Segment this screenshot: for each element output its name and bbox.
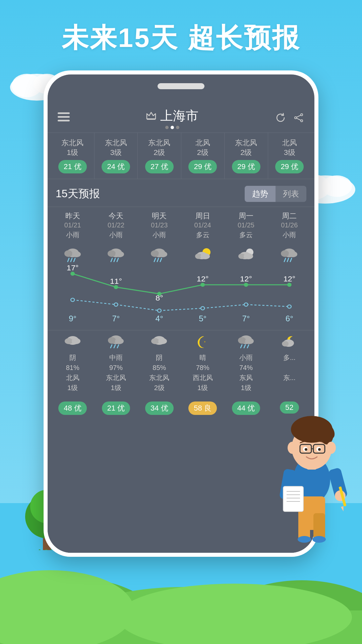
day-date-3: 01/24: [183, 221, 222, 229]
day-label-0: 昨天: [53, 211, 92, 221]
svg-point-22: [295, 117, 297, 119]
aq-col-1: 东北风3级 24 优: [95, 133, 138, 179]
forecast-header: 15天预报 趋势 列表: [48, 186, 314, 207]
svg-point-78: [65, 338, 73, 344]
page-dots: [146, 126, 198, 129]
temperature-chart: 17° 11° 8° 12° 12° 12°: [51, 264, 311, 314]
bottom-aq-2: 34 优: [138, 399, 181, 415]
bottom-icon-3: [181, 334, 224, 350]
svg-point-5: [322, 175, 352, 197]
svg-point-72: [114, 303, 118, 306]
bottom-aq-1: 21 优: [94, 399, 137, 415]
svg-line-44: [160, 258, 162, 262]
bottom-icon-2: [138, 334, 181, 350]
svg-text:12°: 12°: [197, 275, 209, 283]
svg-point-63: [244, 283, 248, 287]
day-weather-1: 小雨: [96, 230, 135, 239]
day-label-5: 周二: [270, 211, 309, 221]
day-date-4: 01/25: [226, 221, 265, 229]
svg-line-95: [247, 345, 249, 348]
refresh-icon[interactable]: [275, 112, 286, 125]
svg-point-75: [244, 303, 248, 306]
forecast-title: 15天预报: [56, 186, 100, 201]
svg-point-41: [159, 251, 167, 257]
svg-line-94: [244, 345, 245, 348]
svg-point-24: [301, 120, 303, 122]
menu-icon[interactable]: [58, 112, 70, 124]
badge-2: 34 优: [145, 401, 174, 415]
svg-point-87: [151, 338, 159, 344]
low-temp-2: 4°: [138, 314, 181, 327]
svg-rect-100: [298, 513, 310, 540]
day-weather-3: 多云: [183, 230, 222, 239]
svg-point-102: [298, 536, 311, 543]
top-icon-2: [138, 247, 181, 264]
city-name: 上海市: [160, 107, 198, 124]
svg-marker-122: [341, 506, 345, 512]
aq-badge-4: 29 优: [232, 160, 260, 173]
svg-line-25: [297, 115, 301, 117]
svg-line-36: [111, 258, 112, 262]
character-decoration: [265, 382, 359, 550]
svg-point-81: [108, 337, 116, 344]
day-col-2: 明天 01/23 小雨: [138, 207, 181, 244]
svg-text:17°: 17°: [67, 264, 79, 272]
svg-point-62: [200, 283, 205, 287]
svg-point-117: [318, 448, 321, 451]
city-selector[interactable]: 上海市: [146, 107, 198, 129]
svg-point-76: [288, 305, 291, 308]
svg-line-31: [71, 258, 72, 262]
aq-badge-1: 24 优: [102, 160, 130, 173]
svg-point-73: [158, 309, 161, 312]
day-date-1: 01/22: [96, 221, 135, 229]
svg-point-79: [72, 338, 80, 344]
detail-2: 阴85%东北风2级: [138, 350, 181, 395]
svg-point-88: [158, 338, 167, 344]
svg-point-110: [326, 442, 336, 454]
svg-line-26: [297, 118, 301, 120]
top-icon-5: [268, 247, 311, 264]
svg-line-30: [68, 258, 69, 262]
svg-point-64: [287, 283, 292, 287]
aq-col-2: 东北风2级 27 优: [138, 133, 181, 179]
day-label-3: 周日: [183, 211, 222, 221]
svg-point-10: [0, 570, 134, 644]
badge-1: 21 优: [102, 401, 130, 415]
top-icon-1: [94, 247, 137, 264]
aq-col-5: 北风3级 29 优: [268, 133, 311, 179]
svg-line-38: [117, 258, 118, 262]
svg-rect-21: [147, 118, 156, 120]
bottom-icon-1: [94, 334, 137, 350]
svg-line-32: [74, 258, 75, 262]
wind-0: 东北风1级: [54, 138, 91, 157]
forecast-tabs: 趋势 列表: [245, 186, 306, 202]
svg-rect-15: [39, 549, 42, 550]
svg-point-29: [72, 251, 81, 257]
svg-point-35: [115, 251, 124, 257]
day-label-2: 明天: [140, 211, 179, 221]
day-label-1: 今天: [96, 211, 135, 221]
bottom-icon-5: [268, 334, 311, 350]
svg-text:12°: 12°: [283, 275, 295, 283]
tab-list[interactable]: 列表: [276, 186, 306, 202]
top-icon-0: [51, 247, 94, 264]
day-date-5: 01/26: [270, 221, 309, 229]
top-weather-icons: [48, 244, 314, 264]
day-col-1: 今天 01/22 小雨: [94, 207, 137, 244]
day-col-5: 周二 01/26 小雨: [268, 207, 311, 244]
svg-line-56: [284, 258, 286, 262]
share-icon[interactable]: [293, 112, 304, 125]
svg-point-92: [245, 338, 254, 344]
low-temp-5: 6°: [268, 314, 311, 327]
svg-point-103: [312, 536, 326, 543]
wind-2: 东北风2级: [141, 138, 178, 157]
detail-4: 小雨74%东风1级: [224, 350, 267, 395]
tab-trend[interactable]: 趋势: [245, 186, 276, 202]
svg-rect-18: [58, 112, 70, 114]
day-col-3: 周日 01/24 多云: [181, 207, 224, 244]
bottom-icons-row: [48, 330, 314, 350]
detail-0: 阴81%北风1级: [51, 350, 94, 395]
top-navigation: 上海市: [48, 101, 314, 132]
crown-icon: [146, 111, 156, 121]
svg-line-85: [117, 345, 119, 348]
